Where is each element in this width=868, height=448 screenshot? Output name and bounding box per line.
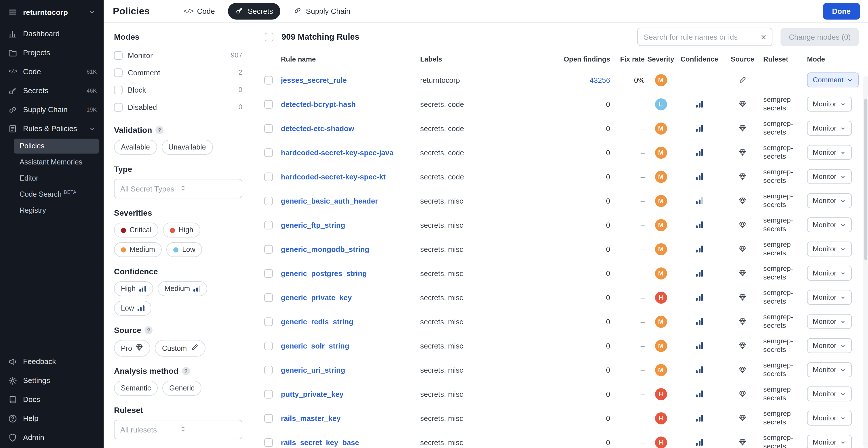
row-checkbox[interactable] — [264, 172, 273, 181]
mode-dropdown[interactable]: Monitor — [807, 145, 852, 160]
row-checkbox[interactable] — [264, 341, 273, 350]
chevron-down-icon[interactable] — [88, 7, 97, 17]
sidebar-item-dashboard[interactable]: Dashboard — [0, 24, 103, 43]
severity-low-chip[interactable]: Low — [167, 242, 202, 257]
mode-dropdown[interactable]: Monitor — [807, 193, 852, 208]
row-checkbox[interactable] — [264, 76, 273, 84]
rule-name-link[interactable]: rails_master_key — [281, 414, 341, 423]
source-pro-chip[interactable]: Pro — [114, 340, 151, 356]
row-checkbox[interactable] — [264, 293, 273, 302]
source-custom-chip[interactable]: Custom — [155, 340, 205, 356]
checkbox[interactable] — [114, 68, 123, 77]
confidence-low-chip[interactable]: Low — [114, 301, 151, 316]
sidebar-item-docs[interactable]: Docs — [0, 390, 103, 409]
rule-name-link[interactable]: generic_redis_string — [281, 317, 353, 326]
mode-dropdown[interactable]: Monitor — [807, 314, 852, 329]
sidebar-item-supply-chain[interactable]: Supply Chain 19K — [0, 100, 103, 119]
help-icon[interactable] — [155, 126, 163, 134]
rule-name-link[interactable]: generic_ftp_string — [281, 221, 345, 230]
help-icon[interactable] — [182, 367, 190, 375]
sidebar-item-projects[interactable]: Projects — [0, 43, 103, 62]
sidebar-item-registry[interactable]: Registry — [14, 203, 99, 218]
confidence-high-chip[interactable]: High — [114, 281, 153, 296]
row-checkbox[interactable] — [264, 220, 273, 229]
mode-dropdown[interactable]: Comment — [807, 72, 859, 88]
mode-dropdown[interactable]: Monitor — [807, 266, 852, 281]
sidebar-item-assistant-memories[interactable]: Assistant Memories — [14, 155, 99, 170]
validation-unavailable-chip[interactable]: Unavailable — [161, 140, 213, 155]
ruleset-select[interactable]: All rulesets — [114, 420, 242, 439]
org-switcher[interactable]: returntocorp — [0, 0, 103, 24]
row-checkbox[interactable] — [264, 269, 273, 277]
row-checkbox[interactable] — [264, 245, 273, 253]
sidebar-item-code[interactable]: </> Code 61K — [0, 62, 103, 81]
sidebar-item-feedback[interactable]: Feedback — [0, 352, 103, 371]
mode-dropdown[interactable]: Monitor — [807, 386, 852, 402]
sidebar-item-settings[interactable]: Settings — [0, 371, 103, 390]
mode-filter-monitor[interactable]: Monitor 907 — [114, 46, 242, 64]
mode-dropdown[interactable]: Monitor — [807, 242, 852, 256]
sidebar-item-policies[interactable]: Policies — [14, 139, 99, 153]
row-checkbox[interactable] — [264, 366, 273, 374]
rule-name-link[interactable]: generic_postgres_string — [281, 269, 367, 278]
mode-dropdown[interactable]: Monitor — [807, 411, 852, 425]
row-checkbox[interactable] — [264, 148, 273, 157]
rule-name-link[interactable]: rails_secret_key_base — [281, 438, 359, 447]
mode-dropdown[interactable]: Monitor — [807, 435, 852, 448]
row-checkbox[interactable] — [264, 317, 273, 326]
row-checkbox[interactable] — [264, 414, 273, 422]
mode-dropdown[interactable]: Monitor — [807, 290, 852, 305]
severity-high-chip[interactable]: High — [163, 222, 200, 238]
rule-name-link[interactable]: generic_basic_auth_header — [281, 197, 378, 205]
mode-filter-block[interactable]: Block 0 — [114, 81, 242, 98]
validation-available-chip[interactable]: Available — [114, 140, 157, 155]
severity-critical-chip[interactable]: Critical — [114, 222, 158, 238]
row-checkbox[interactable] — [264, 100, 273, 108]
rule-name-link[interactable]: generic_uri_string — [281, 366, 345, 374]
help-icon[interactable] — [145, 326, 153, 334]
sidebar-item-secrets[interactable]: Secrets 46K — [0, 81, 103, 100]
scrollbar-thumb[interactable] — [864, 99, 867, 260]
clear-search-icon[interactable] — [759, 32, 768, 41]
row-checkbox[interactable] — [264, 390, 273, 398]
change-modes-button[interactable]: Change modes (0) — [781, 28, 859, 46]
rule-name-link[interactable]: hardcoded-secret-key-spec-java — [281, 148, 394, 157]
mode-dropdown[interactable]: Monitor — [807, 121, 852, 136]
checkbox[interactable] — [114, 103, 123, 111]
open-findings-value[interactable]: 43256 — [558, 76, 610, 84]
rule-name-link[interactable]: generic_solr_string — [281, 342, 349, 350]
mode-dropdown[interactable]: Monitor — [807, 97, 852, 111]
mode-filter-disabled[interactable]: Disabled 0 — [114, 98, 242, 115]
checkbox[interactable] — [114, 51, 123, 60]
mode-dropdown[interactable]: Monitor — [807, 338, 852, 353]
severity-medium-chip[interactable]: Medium — [114, 242, 162, 257]
search-input[interactable] — [638, 28, 773, 46]
tab-supply-chain[interactable]: Supply Chain — [286, 3, 358, 20]
sidebar-item-editor[interactable]: Editor — [14, 171, 99, 186]
mode-filter-comment[interactable]: Comment 2 — [114, 64, 242, 81]
row-checkbox[interactable] — [264, 124, 273, 133]
analysis-semantic-chip[interactable]: Semantic — [114, 381, 158, 396]
sidebar-item-code-search[interactable]: Code SearchBETA — [14, 187, 99, 202]
checkbox[interactable] — [114, 85, 123, 94]
row-checkbox[interactable] — [264, 196, 273, 205]
rule-name-link[interactable]: generic_mongodb_string — [281, 245, 369, 253]
mode-dropdown[interactable]: Monitor — [807, 217, 852, 232]
row-checkbox[interactable] — [264, 438, 273, 447]
mode-dropdown[interactable]: Monitor — [807, 169, 852, 184]
rule-name-link[interactable]: generic_private_key — [281, 293, 352, 302]
tab-code[interactable]: </> Code — [177, 3, 222, 19]
rule-name-link[interactable]: detected-etc-shadow — [281, 124, 354, 133]
rule-name-link[interactable]: putty_private_key — [281, 390, 344, 399]
tab-secrets[interactable]: Secrets — [228, 3, 281, 20]
analysis-generic-chip[interactable]: Generic — [162, 381, 202, 396]
sidebar-item-admin[interactable]: Admin — [0, 428, 103, 447]
hamburger-menu-icon[interactable] — [8, 7, 17, 17]
mode-dropdown[interactable]: Monitor — [807, 362, 852, 377]
rule-name-link[interactable]: hardcoded-secret-key-spec-kt — [281, 173, 386, 181]
done-button[interactable]: Done — [823, 3, 860, 20]
sidebar-item-rules-policies[interactable]: Rules & Policies — [0, 119, 103, 138]
rule-name-link[interactable]: detected-bcrypt-hash — [281, 100, 356, 109]
vertical-scrollbar[interactable] — [863, 76, 868, 448]
confidence-medium-chip[interactable]: Medium — [157, 281, 207, 296]
